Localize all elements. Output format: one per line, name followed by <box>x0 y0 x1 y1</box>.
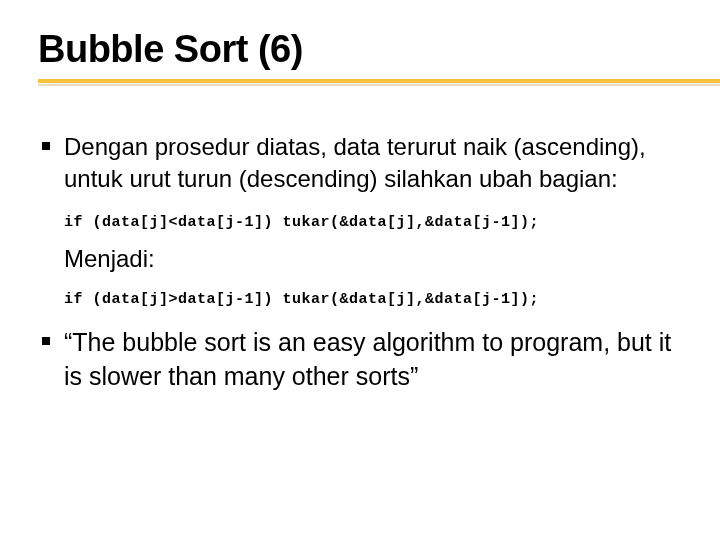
bullet-text-1: Dengan prosedur diatas, data terurut nai… <box>64 131 682 196</box>
title-underline <box>38 77 682 97</box>
slide-content: Dengan prosedur diatas, data terurut nai… <box>38 131 682 393</box>
slide-title: Bubble Sort (6) <box>38 28 682 71</box>
bullet-item-1: Dengan prosedur diatas, data terurut nai… <box>42 131 682 196</box>
bullet-icon <box>42 337 50 345</box>
slide-container: Bubble Sort (6) Dengan prosedur diatas, … <box>0 0 720 393</box>
menjadi-label: Menjadi: <box>64 245 682 273</box>
code-line-1: if (data[j]<data[j-1]) tukar(&data[j],&d… <box>64 214 682 231</box>
bullet-text-2: “The bubble sort is an easy algorithm to… <box>64 326 682 394</box>
bullet-icon <box>42 142 50 150</box>
code-line-2: if (data[j]>data[j-1]) tukar(&data[j],&d… <box>64 291 682 308</box>
bullet-item-2: “The bubble sort is an easy algorithm to… <box>42 326 682 394</box>
